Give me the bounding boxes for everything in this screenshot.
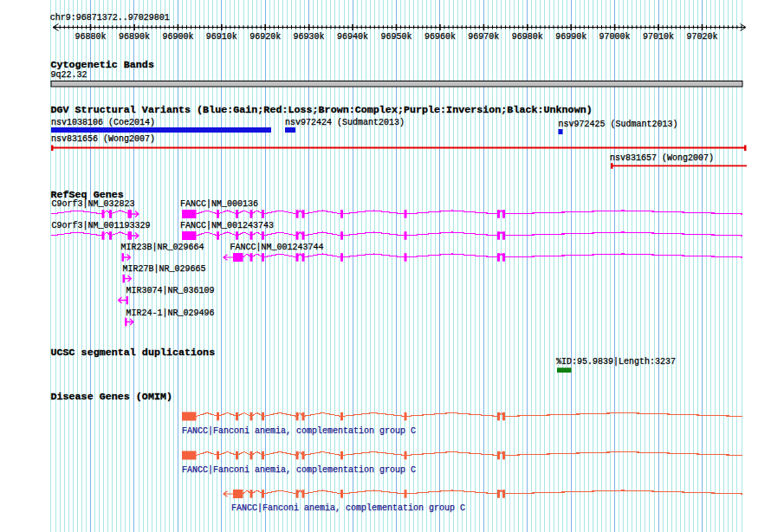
svg-text:nsv972424 (Sudmant2013): nsv972424 (Sudmant2013)	[285, 118, 405, 127]
svg-text:FANCC|Fanconi anemia, compleme: FANCC|Fanconi anemia, complementation gr…	[231, 503, 465, 513]
svg-text:C9orf3|NM_001193329: C9orf3|NM_001193329	[52, 221, 151, 230]
svg-text:FANCC|Fanconi anemia, compleme: FANCC|Fanconi anemia, complementation gr…	[182, 465, 416, 475]
svg-text:C9orf3|NM_032823: C9orf3|NM_032823	[52, 199, 135, 209]
svg-text:UCSC segmental duplications: UCSC segmental duplications	[51, 347, 216, 359]
svg-text:96980k: 96980k	[512, 32, 543, 42]
svg-text:FANCC|NM_001243744: FANCC|NM_001243744	[230, 243, 324, 252]
svg-text:DGV Structural Variants (Blue:: DGV Structural Variants (Blue:Gain;Red:L…	[51, 104, 593, 116]
svg-text:97000k: 97000k	[599, 32, 631, 42]
svg-text:96990k: 96990k	[555, 32, 586, 42]
svg-text:96920k: 96920k	[249, 32, 281, 42]
svg-text:MIR24-1|NR_029496: MIR24-1|NR_029496	[126, 308, 215, 318]
svg-text:nsv1038106 (Coe2014): nsv1038106 (Coe2014)	[51, 118, 155, 127]
svg-text:nsv831656 (Wong2007): nsv831656 (Wong2007)	[51, 134, 155, 144]
svg-text:MIR3074|NR_036109: MIR3074|NR_036109	[126, 286, 215, 295]
svg-text:96910k: 96910k	[206, 32, 237, 42]
svg-text:chr9:96871372..97029801: chr9:96871372..97029801	[50, 13, 170, 23]
svg-text:96960k: 96960k	[424, 32, 456, 42]
svg-text:97020k: 97020k	[686, 32, 717, 42]
svg-text:FANCC|Fanconi anemia, compleme: FANCC|Fanconi anemia, complementation gr…	[182, 426, 416, 436]
svg-text:%ID:95.9839|Length:3237: %ID:95.9839|Length:3237	[556, 357, 676, 367]
svg-text:Disease Genes (OMIM): Disease Genes (OMIM)	[51, 391, 173, 403]
svg-text:96940k: 96940k	[337, 32, 368, 42]
svg-text:FANCC|NM_001243743: FANCC|NM_001243743	[180, 221, 274, 230]
svg-text:FANCC|NM_000136: FANCC|NM_000136	[180, 199, 258, 209]
svg-text:97010k: 97010k	[643, 32, 674, 42]
svg-text:96900k: 96900k	[162, 32, 193, 42]
svg-text:nsv831657 (Wong2007): nsv831657 (Wong2007)	[610, 153, 714, 163]
svg-text:96880k: 96880k	[75, 32, 106, 42]
svg-text:9q22.32: 9q22.32	[51, 70, 87, 80]
svg-text:MIR23B|NR_029664: MIR23B|NR_029664	[121, 243, 204, 252]
svg-text:nsv972425 (Sudmant2013): nsv972425 (Sudmant2013)	[559, 120, 678, 129]
svg-text:96890k: 96890k	[119, 32, 150, 42]
svg-text:MIR27B|NR_029665: MIR27B|NR_029665	[123, 264, 206, 274]
svg-text:96970k: 96970k	[468, 32, 499, 42]
svg-text:96930k: 96930k	[294, 32, 325, 42]
svg-text:96950k: 96950k	[380, 32, 411, 42]
